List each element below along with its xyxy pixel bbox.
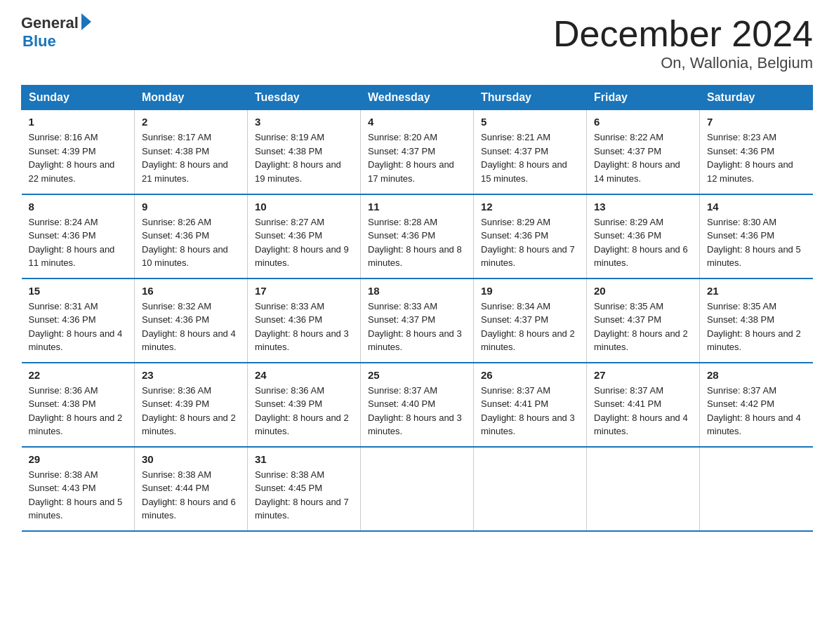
day-number: 5 [481,116,579,128]
day-number: 31 [255,453,353,465]
calendar-cell: 23 Sunrise: 8:36 AMSunset: 4:39 PMDaylig… [135,363,248,447]
calendar-cell: 17 Sunrise: 8:33 AMSunset: 4:36 PMDaylig… [248,279,361,363]
day-number: 18 [368,285,466,297]
day-number: 13 [594,201,692,213]
day-info: Sunrise: 8:28 AMSunset: 4:36 PMDaylight:… [368,217,462,269]
day-info: Sunrise: 8:35 AMSunset: 4:38 PMDaylight:… [707,301,801,353]
calendar-cell: 26 Sunrise: 8:37 AMSunset: 4:41 PMDaylig… [474,363,587,447]
day-info: Sunrise: 8:30 AMSunset: 4:36 PMDaylight:… [707,217,801,269]
header-monday: Monday [135,86,248,110]
calendar-cell: 27 Sunrise: 8:37 AMSunset: 4:41 PMDaylig… [587,363,700,447]
calendar-header-row: Sunday Monday Tuesday Wednesday Thursday… [22,86,813,110]
logo-blue-text: Blue [22,32,91,51]
calendar-cell: 10 Sunrise: 8:27 AMSunset: 4:36 PMDaylig… [248,194,361,279]
day-info: Sunrise: 8:36 AMSunset: 4:39 PMDaylight:… [142,385,236,437]
day-number: 17 [255,285,353,297]
calendar-cell: 31 Sunrise: 8:38 AMSunset: 4:45 PMDaylig… [248,447,361,531]
calendar-cell [474,447,587,531]
day-info: Sunrise: 8:37 AMSunset: 4:41 PMDaylight:… [481,385,575,437]
calendar-table: Sunday Monday Tuesday Wednesday Thursday… [21,85,813,532]
calendar-cell: 30 Sunrise: 8:38 AMSunset: 4:44 PMDaylig… [135,447,248,531]
day-number: 3 [255,116,353,128]
day-number: 23 [142,369,240,381]
calendar-cell: 21 Sunrise: 8:35 AMSunset: 4:38 PMDaylig… [700,279,813,363]
calendar-cell: 28 Sunrise: 8:37 AMSunset: 4:42 PMDaylig… [700,363,813,447]
header-sunday: Sunday [22,86,135,110]
logo-general-text: General [21,14,79,32]
day-number: 19 [481,285,579,297]
day-info: Sunrise: 8:29 AMSunset: 4:36 PMDaylight:… [594,217,688,269]
day-info: Sunrise: 8:19 AMSunset: 4:38 PMDaylight:… [255,132,341,184]
day-number: 4 [368,116,466,128]
day-number: 24 [255,369,353,381]
calendar-cell: 29 Sunrise: 8:38 AMSunset: 4:43 PMDaylig… [22,447,135,531]
day-info: Sunrise: 8:34 AMSunset: 4:37 PMDaylight:… [481,301,575,353]
calendar-cell: 3 Sunrise: 8:19 AMSunset: 4:38 PMDayligh… [248,110,361,194]
day-info: Sunrise: 8:27 AMSunset: 4:36 PMDaylight:… [255,217,349,269]
day-info: Sunrise: 8:33 AMSunset: 4:36 PMDaylight:… [255,301,349,353]
day-number: 14 [707,201,806,213]
page-header: General Blue December 2024 On, Wallonia,… [21,14,813,72]
day-number: 9 [142,201,240,213]
day-number: 2 [142,116,240,128]
day-info: Sunrise: 8:38 AMSunset: 4:44 PMDaylight:… [142,469,236,521]
day-number: 1 [29,116,128,128]
header-thursday: Thursday [474,86,587,110]
logo: General Blue [21,14,91,51]
day-number: 15 [29,285,128,297]
day-number: 26 [481,369,579,381]
calendar-week-row: 22 Sunrise: 8:36 AMSunset: 4:38 PMDaylig… [22,363,813,447]
day-number: 6 [594,116,692,128]
calendar-week-row: 15 Sunrise: 8:31 AMSunset: 4:36 PMDaylig… [22,279,813,363]
day-info: Sunrise: 8:33 AMSunset: 4:37 PMDaylight:… [368,301,462,353]
calendar-cell: 6 Sunrise: 8:22 AMSunset: 4:37 PMDayligh… [587,110,700,194]
calendar-cell: 20 Sunrise: 8:35 AMSunset: 4:37 PMDaylig… [587,279,700,363]
logo-arrow-icon [81,13,91,30]
header-tuesday: Tuesday [248,86,361,110]
day-info: Sunrise: 8:35 AMSunset: 4:37 PMDaylight:… [594,301,688,353]
day-number: 10 [255,201,353,213]
calendar-location: On, Wallonia, Belgium [553,54,813,72]
calendar-cell: 18 Sunrise: 8:33 AMSunset: 4:37 PMDaylig… [361,279,474,363]
calendar-cell: 15 Sunrise: 8:31 AMSunset: 4:36 PMDaylig… [22,279,135,363]
day-info: Sunrise: 8:38 AMSunset: 4:45 PMDaylight:… [255,469,349,521]
day-number: 11 [368,201,466,213]
header-saturday: Saturday [700,86,813,110]
day-number: 29 [29,453,128,465]
calendar-week-row: 8 Sunrise: 8:24 AMSunset: 4:36 PMDayligh… [22,194,813,279]
calendar-cell: 1 Sunrise: 8:16 AMSunset: 4:39 PMDayligh… [22,110,135,194]
calendar-cell: 24 Sunrise: 8:36 AMSunset: 4:39 PMDaylig… [248,363,361,447]
day-number: 28 [707,369,806,381]
calendar-week-row: 1 Sunrise: 8:16 AMSunset: 4:39 PMDayligh… [22,110,813,194]
day-number: 30 [142,453,240,465]
calendar-cell [587,447,700,531]
calendar-cell: 12 Sunrise: 8:29 AMSunset: 4:36 PMDaylig… [474,194,587,279]
calendar-cell: 5 Sunrise: 8:21 AMSunset: 4:37 PMDayligh… [474,110,587,194]
calendar-cell: 25 Sunrise: 8:37 AMSunset: 4:40 PMDaylig… [361,363,474,447]
calendar-cell: 7 Sunrise: 8:23 AMSunset: 4:36 PMDayligh… [700,110,813,194]
calendar-cell: 14 Sunrise: 8:30 AMSunset: 4:36 PMDaylig… [700,194,813,279]
header-wednesday: Wednesday [361,86,474,110]
day-info: Sunrise: 8:21 AMSunset: 4:37 PMDaylight:… [481,132,567,184]
day-info: Sunrise: 8:17 AMSunset: 4:38 PMDaylight:… [142,132,228,184]
day-number: 8 [29,201,128,213]
calendar-cell: 2 Sunrise: 8:17 AMSunset: 4:38 PMDayligh… [135,110,248,194]
calendar-cell [700,447,813,531]
day-number: 20 [594,285,692,297]
day-number: 22 [29,369,128,381]
day-info: Sunrise: 8:37 AMSunset: 4:41 PMDaylight:… [594,385,688,437]
day-info: Sunrise: 8:31 AMSunset: 4:36 PMDaylight:… [29,301,123,353]
day-info: Sunrise: 8:36 AMSunset: 4:38 PMDaylight:… [29,385,123,437]
day-info: Sunrise: 8:36 AMSunset: 4:39 PMDaylight:… [255,385,349,437]
calendar-week-row: 29 Sunrise: 8:38 AMSunset: 4:43 PMDaylig… [22,447,813,531]
day-info: Sunrise: 8:20 AMSunset: 4:37 PMDaylight:… [368,132,454,184]
day-info: Sunrise: 8:37 AMSunset: 4:40 PMDaylight:… [368,385,462,437]
day-number: 21 [707,285,806,297]
day-info: Sunrise: 8:32 AMSunset: 4:36 PMDaylight:… [142,301,236,353]
day-info: Sunrise: 8:16 AMSunset: 4:39 PMDaylight:… [29,132,115,184]
day-info: Sunrise: 8:29 AMSunset: 4:36 PMDaylight:… [481,217,575,269]
calendar-cell: 13 Sunrise: 8:29 AMSunset: 4:36 PMDaylig… [587,194,700,279]
day-info: Sunrise: 8:26 AMSunset: 4:36 PMDaylight:… [142,217,228,269]
day-number: 7 [707,116,806,128]
day-number: 12 [481,201,579,213]
